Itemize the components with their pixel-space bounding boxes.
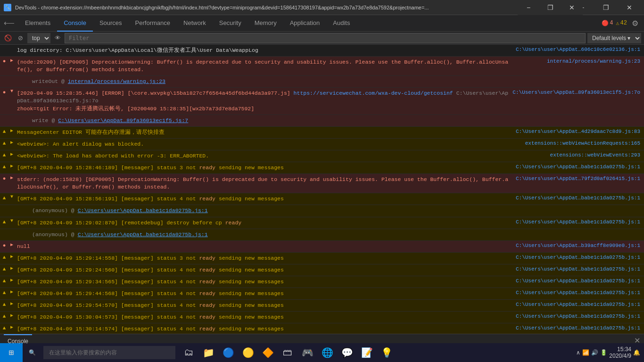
log-icon <box>15 230 24 231</box>
context-selector[interactable]: top <box>27 33 50 43</box>
taskbar-app-2[interactable]: 📁 <box>199 343 218 362</box>
taskbar-app-6[interactable]: 🗃 <box>278 343 297 362</box>
expand-button[interactable]: ▶ <box>8 163 15 169</box>
tab-elements[interactable]: Elements <box>18 15 57 32</box>
notification-icon[interactable]: 🔔 <box>633 349 640 356</box>
tab-nav-left[interactable]: ⟵ <box>0 15 18 32</box>
log-entry: log directory: C:\Users\user\AppData\Loc… <box>0 45 644 57</box>
warn-icon: ▲ <box>0 254 8 260</box>
log-icon <box>0 46 8 47</box>
warn-icon: ▲ <box>0 289 8 296</box>
error-icon: ● <box>0 242 8 248</box>
taskbar-arrow-icon[interactable]: ∧ <box>576 349 580 356</box>
expand-button[interactable]: ▶ <box>8 289 15 295</box>
start-button[interactable]: ⊞ <box>0 343 23 362</box>
taskbar-app-5[interactable]: 🔶 <box>258 343 277 362</box>
filter-toggle-button[interactable]: ⊘ <box>15 33 25 43</box>
log-source[interactable]: extensions::webViewEvents:293 <box>512 151 644 159</box>
log-entry: ▲ ▶ [GMT+8 2020-04-09 15:30:14:574] [mes… <box>0 323 644 334</box>
log-source[interactable]: C:\Users\user\AppDat…babe1c1da0275b.js:1 <box>512 313 644 320</box>
expand-button[interactable]: ▶ <box>8 140 15 145</box>
log-content: [GMT+8 2020-04-09 15:30:14:574] [message… <box>15 324 512 334</box>
tab-security[interactable]: Security <box>213 15 248 32</box>
taskbar-pinned-apps: 🗂 📁 🔵 🟡 🔶 🗃 🎮 🌐 💬 📝 💡 <box>179 343 396 362</box>
log-entry: ● ▶ stderr: (node:15828) [DEP0005] Depre… <box>0 174 644 193</box>
expand-button[interactable]: ▶ <box>8 151 15 157</box>
tab-console[interactable]: Console <box>57 15 93 32</box>
log-levels-select[interactable]: Default levels ▾ <box>587 33 641 43</box>
expand-button[interactable]: ▶ <box>8 128 15 133</box>
log-entry: ▲ ▶ <webview>: An alert dialog was block… <box>0 139 644 150</box>
expand-button[interactable]: ▼ <box>8 218 15 223</box>
log-source[interactable]: C:\Users\user\AppDat…79f2d0af026415.js:1 <box>512 175 644 182</box>
taskbar-search-input[interactable] <box>43 346 175 359</box>
log-icon <box>15 77 24 78</box>
log-entry: ● ▼ [2020-04-09 15:28:35.446] [ERROR] [\… <box>0 88 644 115</box>
expand-button[interactable]: ▶ <box>8 277 15 283</box>
log-source[interactable]: C:\Users\user\AppDat…babe1c1da0275b.js:1 <box>512 324 644 332</box>
tab-application[interactable]: Application <box>283 15 327 32</box>
log-content: (anonymous) @ C:\Users\user\AppDat…babe1… <box>30 206 512 215</box>
secondary-minimize-button[interactable]: − <box>518 0 539 15</box>
network-icon: 📶 <box>582 349 589 356</box>
log-source[interactable]: C:\Users\user\AppDat…b39acff8e909e0.js:1 <box>512 242 644 249</box>
taskbar: ⊞ 🔍 🗂 📁 🔵 🟡 🔶 🗃 🎮 🌐 💬 📝 💡 ∧ 📶 🔊 🔋 15:34 … <box>0 343 644 362</box>
log-source[interactable]: C:\Users\user\AppDat…606c10c6e02136.js:1 <box>512 46 644 53</box>
warn-icon: ▲ <box>0 277 8 284</box>
log-source[interactable]: C:\Users\user\AppDat…babe1c1da0275b.js:1 <box>512 301 644 308</box>
error-icon: ● <box>0 58 8 64</box>
tab-sources[interactable]: Sources <box>93 15 129 32</box>
log-source[interactable]: C:\Users\user\AppDat…babe1c1da0275b.js:1 <box>512 254 644 261</box>
log-content: [2020-04-09 15:28:35.446] [ERROR] [\core… <box>15 89 511 113</box>
log-source[interactable]: C:\Users\user\AppDat…4d29daac7c8d9.js:83 <box>512 128 644 135</box>
taskbar-app-9[interactable]: 💬 <box>338 343 356 362</box>
expand-button[interactable]: ▶ <box>8 324 15 330</box>
log-content: [GMT+8 2020-04-09 15:29:54:570] [message… <box>15 301 512 310</box>
taskbar-clock[interactable]: 15:34 2020/4/9 <box>609 346 631 359</box>
log-source[interactable]: C:\Users\user\AppDat…babe1c1da0275b.js:1 <box>512 218 644 226</box>
tab-audits[interactable]: Audits <box>326 15 356 32</box>
secondary-restore-button[interactable]: ❐ <box>539 0 561 15</box>
taskbar-app-7[interactable]: 🎮 <box>298 343 317 362</box>
log-source[interactable]: extensions::webViewActionRequests:165 <box>512 140 644 147</box>
search-taskbar-icon[interactable]: 🔍 <box>23 343 41 362</box>
taskbar-chrome[interactable]: 🔵 <box>219 343 238 362</box>
taskbar-app-8[interactable]: 🌐 <box>318 343 337 362</box>
taskbar-app-4[interactable]: 🟡 <box>239 343 257 362</box>
expand-button[interactable]: ▶ <box>8 265 15 271</box>
log-source[interactable]: internal/process/warning.js:23 <box>512 58 644 65</box>
expand-button[interactable]: ▶ <box>8 313 15 318</box>
expand-button[interactable]: ▶ <box>8 254 15 259</box>
console-filter-input[interactable] <box>65 33 586 43</box>
taskbar-app-1[interactable]: 🗂 <box>179 343 198 362</box>
log-content: writeOut @ internal/process/warning.js:2… <box>30 77 512 86</box>
log-content: [GMT+8 2020-04-09 15:29:44:568] [message… <box>15 289 512 298</box>
secondary-close-button[interactable]: ✕ <box>561 0 583 15</box>
log-source[interactable]: C:\Users\user\AppDat…babe1c1da0275b.js:1 <box>512 194 644 202</box>
log-content: (node:20200) [DEP0005] DeprecationWarnin… <box>15 58 512 74</box>
tab-memory[interactable]: Memory <box>248 15 283 32</box>
log-source[interactable]: C:\Users\user\AppDat…babe1c1da0275b.js:1 <box>512 277 644 285</box>
log-source[interactable]: C:\Users\user\AppDat…89fa36013ec1f5.js:7… <box>511 89 644 96</box>
settings-button[interactable]: ⚙ <box>630 18 640 28</box>
expand-button[interactable]: ▶ <box>8 58 15 63</box>
log-source[interactable]: C:\Users\user\AppDat…babe1c1da0275b.js:1 <box>512 265 644 273</box>
expand-button[interactable]: ▼ <box>8 194 15 199</box>
log-entry: ● ▶ null C:\Users\user\AppDat…b39acff8e9… <box>0 241 644 253</box>
tab-performance[interactable]: Performance <box>129 15 177 32</box>
taskbar-app-11[interactable]: 💡 <box>377 343 396 362</box>
log-source[interactable]: C:\Users\user\AppDat…babe1c1da0275b.js:1 <box>512 289 644 296</box>
eye-button[interactable]: 👁 <box>52 33 63 43</box>
log-entry: ▲ ▶ MessageCenter EDITOR 可能存在内存泄漏，请尽快排查 … <box>0 127 644 139</box>
log-source[interactable]: C:\Users\user\AppDat…babe1c1da0275b.js:1 <box>512 163 644 171</box>
expand-button[interactable]: ▼ <box>8 89 15 94</box>
log-content: log directory: C:\Users\user\AppData\Loc… <box>15 46 512 55</box>
clear-console-button[interactable]: 🚫 <box>3 33 13 43</box>
taskbar-app-10[interactable]: 📝 <box>357 343 376 362</box>
close-button[interactable]: ✕ <box>619 0 640 15</box>
tab-network[interactable]: Network <box>177 15 213 32</box>
expand-button[interactable]: ▶ <box>8 301 15 306</box>
restore-button[interactable]: ❐ <box>595 0 617 15</box>
expand-button[interactable]: ▶ <box>8 175 15 181</box>
expand-button[interactable]: ▶ <box>8 242 15 247</box>
